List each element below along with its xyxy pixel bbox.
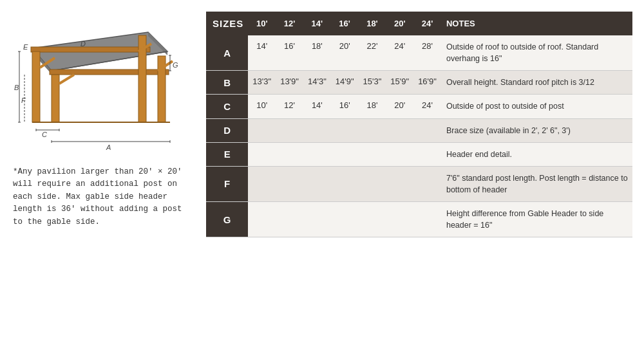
row-label: G bbox=[206, 202, 248, 237]
row-label: C bbox=[206, 95, 248, 118]
cell-14 bbox=[303, 142, 331, 166]
cell-24: 16'9" bbox=[413, 71, 441, 95]
cell-12: 13'9" bbox=[276, 71, 303, 95]
notes-cell: Outside of roof to outside of roof. Stan… bbox=[441, 35, 632, 71]
left-panel: E D B F C A G *An bbox=[0, 0, 200, 350]
cell-20 bbox=[386, 118, 413, 142]
cell-24 bbox=[413, 142, 441, 166]
svg-text:D: D bbox=[80, 40, 86, 48]
cell-18: 18' bbox=[359, 95, 386, 118]
notes-cell: 7'6" standard post length. Post length =… bbox=[441, 166, 632, 201]
svg-text:A: A bbox=[106, 143, 111, 151]
notes-cell: Outside of post to outside of post bbox=[441, 95, 632, 118]
right-panel: SIZES 10' 12' 14' 16' 18' 20' 24' NOTES … bbox=[200, 0, 644, 350]
cell-10 bbox=[248, 166, 276, 201]
cell-18 bbox=[359, 118, 386, 142]
cell-14 bbox=[303, 202, 331, 237]
cell-18 bbox=[359, 166, 386, 201]
table-row: F 7'6" standard post length. Post length… bbox=[206, 166, 632, 201]
cell-12: 12' bbox=[276, 95, 303, 118]
cell-24: 28' bbox=[413, 35, 441, 71]
col12-header: 12' bbox=[276, 12, 303, 35]
svg-text:C: C bbox=[42, 131, 47, 138]
table-row: E Header end detail. bbox=[206, 142, 632, 166]
cell-10 bbox=[248, 142, 276, 166]
row-label: F bbox=[206, 166, 248, 201]
sizes-table: SIZES 10' 12' 14' 16' 18' 20' 24' NOTES … bbox=[206, 12, 632, 237]
cell-16 bbox=[331, 202, 359, 237]
svg-text:F: F bbox=[21, 97, 26, 104]
svg-text:E: E bbox=[23, 43, 28, 51]
row-label: E bbox=[206, 142, 248, 166]
cell-24 bbox=[413, 118, 441, 142]
svg-text:B: B bbox=[14, 84, 19, 91]
cell-12 bbox=[276, 166, 303, 201]
cell-10 bbox=[248, 118, 276, 142]
col16-header: 16' bbox=[331, 12, 359, 35]
svg-rect-8 bbox=[52, 75, 59, 122]
cell-14: 18' bbox=[303, 35, 331, 71]
cell-14 bbox=[303, 118, 331, 142]
cell-20 bbox=[386, 202, 413, 237]
cell-16 bbox=[331, 142, 359, 166]
notes-cell: Overall height. Standard roof pitch is 3… bbox=[441, 71, 632, 95]
cell-14 bbox=[303, 166, 331, 201]
svg-rect-6 bbox=[32, 51, 40, 122]
cell-10 bbox=[248, 202, 276, 237]
table-header-row: SIZES 10' 12' 14' 16' 18' 20' 24' NOTES bbox=[206, 12, 632, 35]
svg-rect-5 bbox=[50, 69, 169, 75]
cell-18 bbox=[359, 142, 386, 166]
cell-18 bbox=[359, 202, 386, 237]
row-label: A bbox=[206, 35, 248, 71]
table-row: A 14' 16' 18' 20' 22' 24' 28' Outside of… bbox=[206, 35, 632, 71]
row-label: B bbox=[206, 71, 248, 95]
cell-18: 15'3" bbox=[359, 71, 386, 95]
cell-12 bbox=[276, 142, 303, 166]
cell-10: 10' bbox=[248, 95, 276, 118]
cell-20: 15'9" bbox=[386, 71, 413, 95]
table-row: C 10' 12' 14' 16' 18' 20' 24' Outside of… bbox=[206, 95, 632, 118]
notes-cell: Height difference from Gable Header to s… bbox=[441, 202, 632, 237]
notes-cell: Header end detail. bbox=[441, 142, 632, 166]
table-row: G Height difference from Gable Header to… bbox=[206, 202, 632, 237]
cell-16: 20' bbox=[331, 35, 359, 71]
cell-16 bbox=[331, 118, 359, 142]
svg-rect-4 bbox=[31, 47, 150, 52]
notes-header: NOTES bbox=[441, 12, 632, 35]
sizes-header: SIZES bbox=[206, 12, 248, 35]
col20-header: 20' bbox=[386, 12, 413, 35]
cell-18: 22' bbox=[359, 35, 386, 71]
cell-20: 24' bbox=[386, 35, 413, 71]
footnote-text: *Any pavilion larger than 20' × 20' will… bbox=[13, 166, 190, 228]
cell-24: 24' bbox=[413, 95, 441, 118]
col10-header: 10' bbox=[248, 12, 276, 35]
cell-14: 14' bbox=[303, 95, 331, 118]
svg-line-11 bbox=[59, 75, 74, 84]
row-label: D bbox=[206, 118, 248, 142]
col14-header: 14' bbox=[303, 12, 331, 35]
cell-16 bbox=[331, 166, 359, 201]
cell-24 bbox=[413, 166, 441, 201]
cell-12 bbox=[276, 202, 303, 237]
cell-20 bbox=[386, 166, 413, 201]
cell-16: 14'9" bbox=[331, 71, 359, 95]
cell-14: 14'3" bbox=[303, 71, 331, 95]
col24-header: 24' bbox=[413, 12, 441, 35]
svg-text:G: G bbox=[173, 61, 178, 69]
table-row: D Brace size (available in 2', 2' 6", 3'… bbox=[206, 118, 632, 142]
cell-20: 20' bbox=[386, 95, 413, 118]
pavilion-diagram: E D B F C A G bbox=[13, 13, 187, 154]
cell-24 bbox=[413, 202, 441, 237]
cell-10: 13'3" bbox=[248, 71, 276, 95]
cell-16: 16' bbox=[331, 95, 359, 118]
col18-header: 18' bbox=[359, 12, 386, 35]
cell-20 bbox=[386, 142, 413, 166]
cell-10: 14' bbox=[248, 35, 276, 71]
notes-cell: Brace size (available in 2', 2' 6", 3') bbox=[441, 118, 632, 142]
cell-12 bbox=[276, 118, 303, 142]
cell-12: 16' bbox=[276, 35, 303, 71]
table-row: B 13'3" 13'9" 14'3" 14'9" 15'3" 15'9" 16… bbox=[206, 71, 632, 95]
